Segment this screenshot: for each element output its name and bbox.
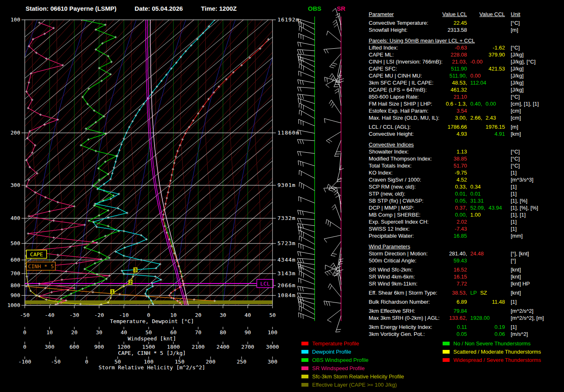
- param-label: 3km Vorticity Gen. Pot.:: [369, 331, 425, 338]
- axis-tick-label: 150: [175, 359, 184, 365]
- value-lcl: 0.05: [457, 331, 467, 338]
- wind-barb-feather: [324, 188, 326, 192]
- axis-tick-label: 3000: [266, 344, 279, 350]
- profile-marker: [28, 81, 30, 84]
- profile-marker: [107, 225, 109, 227]
- axis-tick-label: 900: [94, 344, 104, 350]
- axis-tick-label: 2700: [241, 344, 254, 350]
- wind-barb-feather: [334, 190, 337, 193]
- wind-barb-feather: [302, 94, 303, 99]
- wind-barb-feather: [332, 187, 337, 188]
- unit-cell: [1], [1]: [505, 211, 563, 218]
- param-label: SR Wind Sfc-2km:: [369, 266, 412, 273]
- wind-barb-feather: [300, 218, 301, 222]
- wind-barb: [324, 235, 341, 239]
- axis-tick-label: 1200: [117, 344, 130, 350]
- wind-barb-feather: [299, 182, 300, 187]
- profile-marker: [108, 257, 111, 259]
- value-part: 0.01: [470, 190, 481, 197]
- axis-tick-label: 90: [244, 329, 251, 335]
- table-row: 500m Critical Angle:59.43[°]: [369, 257, 563, 264]
- value-ccl: 1976.15: [467, 123, 505, 130]
- axis-tick-label: 100: [144, 359, 153, 365]
- wind-barb-feather: [337, 329, 341, 330]
- wind-barb-feather: [332, 265, 334, 269]
- unit-label: [J/kg]: [511, 66, 524, 72]
- wind-barb-feather: [301, 237, 302, 241]
- axis-tick-label: -50: [20, 312, 29, 318]
- wind-barb-feather: [301, 244, 301, 249]
- wind-barb-feather: [299, 64, 300, 68]
- unit-cell: [°C]: [505, 148, 563, 155]
- legend-item: Temperature Profile: [301, 339, 404, 347]
- header-value-ccl: Value CCL: [479, 11, 505, 17]
- wind-barb-feather: [301, 60, 301, 64]
- axis-tick-label: 50: [269, 312, 276, 318]
- wind-barb-feather: [302, 140, 304, 144]
- unit-label: [cm], [1], [1]: [511, 101, 539, 107]
- legend-label: Dewpoint Profile: [312, 349, 351, 355]
- wind-barb-feather: [299, 313, 299, 317]
- unit-label: [J/kg]: [511, 80, 524, 86]
- profile-marker: [94, 283, 96, 285]
- unit-cell: [J/kg]: [505, 86, 563, 93]
- value-lcl: 2313.58: [448, 26, 467, 33]
- wind-barb-feather: [334, 24, 337, 27]
- wind-barb-feather: [327, 78, 327, 83]
- value-part: 0.6 - 1.3,: [446, 100, 467, 107]
- value-part: 421.53: [488, 66, 505, 72]
- legend-label: SR Windspeed Profile: [312, 365, 365, 371]
- value-ccl: 421.53: [467, 65, 505, 72]
- wind-barb-feather: [326, 85, 329, 88]
- value-lcl: 16.85: [453, 232, 467, 239]
- wind-barb-feather: [298, 210, 299, 215]
- value-lcl: -9.75: [455, 169, 467, 176]
- profile-marker: [126, 212, 128, 214]
- value-lcl: 0.6 - 1.3,: [446, 100, 467, 107]
- unit-cell: [1], [%]: [505, 197, 563, 204]
- wind-barb-feather: [298, 42, 299, 47]
- param-label: Max. Hail Size (OLD, MU, IL):: [369, 114, 439, 121]
- unit-cell: [J/kg]: [505, 51, 563, 58]
- dry-adiabat-line: [258, 20, 367, 305]
- profile-marker: [131, 120, 134, 123]
- wind-barb-feather: [332, 8, 336, 12]
- axis-tick-label: 80: [220, 329, 226, 335]
- wind-barb-feather: [303, 66, 304, 71]
- unit-label: [1]: [511, 226, 517, 232]
- axis-3: -100-50050100150200250300Storm Relative …: [18, 357, 277, 371]
- value-ccl: 0.19: [467, 324, 505, 331]
- table-row: Modified Thompson Index:38.85[°C]: [369, 155, 563, 162]
- profile-marker: [61, 228, 63, 231]
- profile-marker: [94, 262, 96, 264]
- legend-label: OBS Windspeed Profile: [312, 357, 369, 363]
- param-label: Storm Direction | Motion:: [369, 250, 428, 257]
- row-label-value: CINH | LSI (Inversion: 766mB):21.03,: [369, 58, 467, 65]
- severity-legend: No / Non Severe ThunderstormsScattered /…: [443, 339, 541, 364]
- dry-adiabat-line: [129, 20, 367, 305]
- value-lcl: 38.85: [453, 155, 467, 162]
- param-label: STP (new, old):: [369, 190, 405, 197]
- wind-barb-feather: [300, 80, 301, 85]
- value-part: 2313.58: [448, 26, 467, 33]
- wind-barb-feather: [329, 66, 334, 68]
- profile-marker: [105, 278, 108, 280]
- wind-barb-feather: [327, 31, 328, 35]
- profile-marker: [111, 172, 114, 175]
- axis-tick-label: -100: [18, 359, 31, 365]
- value-part: 22.45: [453, 19, 467, 26]
- value-part: 1928.00: [470, 314, 490, 321]
- param-label: Estofex Exp. Hail Param:: [369, 107, 429, 114]
- wind-barb-feather: [297, 218, 299, 222]
- value-part: 1.13: [457, 148, 467, 155]
- table-row: Showalter Index:1.13[°C]: [369, 148, 563, 155]
- value-extra: [467, 176, 505, 183]
- moist-adiabat-line: [230, 20, 235, 305]
- wind-barb-feather: [336, 16, 340, 18]
- value-extra: [467, 225, 505, 232]
- unit-label: [km]: [511, 131, 521, 137]
- value-part: 3.00,: [455, 114, 467, 121]
- param-label: FM Hail Size | SHIP | LHP:: [369, 100, 432, 107]
- wind-barb-feather: [330, 222, 331, 227]
- legend-swatch-icon: [301, 350, 308, 354]
